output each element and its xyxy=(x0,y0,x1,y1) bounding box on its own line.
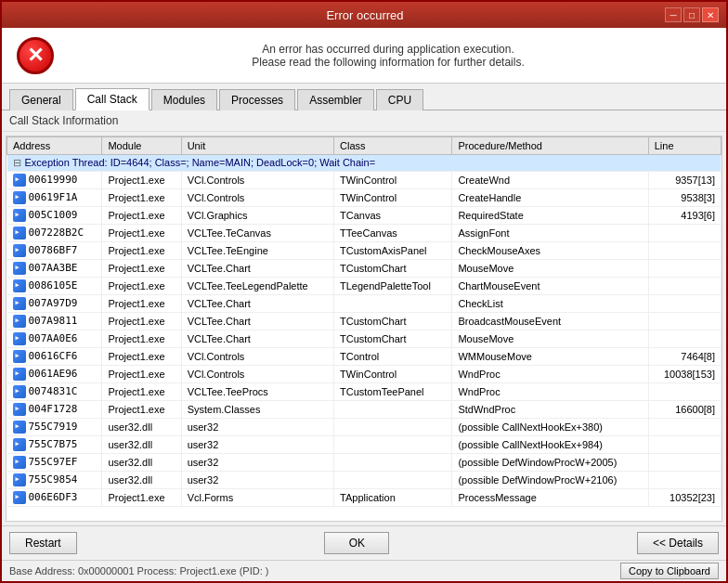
window-controls: ─ □ ✕ xyxy=(665,7,719,22)
table-row[interactable]: 755C9854user32.dlluser32(possible DefWin… xyxy=(7,472,722,489)
tab-modules[interactable]: Modules xyxy=(151,89,217,110)
footer-area: Restart OK << Details xyxy=(2,525,726,560)
tabs-bar: General Call Stack Modules Processes Ass… xyxy=(2,84,726,110)
ok-button[interactable]: OK xyxy=(324,532,389,554)
col-line: Line xyxy=(648,137,721,155)
tab-assembler[interactable]: Assembler xyxy=(297,89,374,110)
table-row[interactable]: 007AA3BEProject1.exeVCLTee.ChartTCustomC… xyxy=(7,260,722,278)
col-unit: Unit xyxy=(181,137,333,155)
error-banner: ✕ An error has occurred during applicati… xyxy=(2,28,726,84)
col-class: Class xyxy=(334,137,452,155)
tab-call-stack[interactable]: Call Stack xyxy=(75,88,150,110)
main-window: Error occurred ─ □ ✕ ✕ An error has occu… xyxy=(0,0,728,583)
close-button[interactable]: ✕ xyxy=(702,7,719,22)
title-bar: Error occurred ─ □ ✕ xyxy=(2,2,726,28)
table-row[interactable]: 0086105EProject1.exeVCLTee.TeeLegendPale… xyxy=(7,278,722,295)
status-text: Base Address: 0x00000001 Process: Projec… xyxy=(9,565,268,577)
minimize-button[interactable]: ─ xyxy=(665,7,682,22)
table-row[interactable]: 755C7B75user32.dlluser32(possible CallNe… xyxy=(7,436,722,454)
table-row[interactable]: 755C97EFuser32.dlluser32(possible DefWin… xyxy=(7,454,722,472)
details-button[interactable]: << Details xyxy=(637,532,719,554)
error-line1: An error has occurred during application… xyxy=(65,43,711,56)
table-row[interactable]: 007A9811Project1.exeVCLTee.ChartTCustomC… xyxy=(7,313,722,330)
table-row[interactable]: 005C1009Project1.exeVCl.GraphicsTCanvasR… xyxy=(7,207,722,225)
content-area: Call Stack Information Address Module Un… xyxy=(2,110,726,525)
window-title: Error occurred xyxy=(65,8,665,22)
status-bar: Base Address: 0x00000001 Process: Projec… xyxy=(2,560,726,581)
table-row[interactable]: 007A97D9Project1.exeVCLTee.ChartCheckLis… xyxy=(7,295,722,313)
table-row[interactable]: 007228B2CProject1.exeVCLTee.TeCanvasTTee… xyxy=(7,225,722,242)
table-row[interactable]: 00619F1AProject1.exeVCl.ControlsTWinCont… xyxy=(7,189,722,207)
error-text: An error has occurred during application… xyxy=(65,43,711,69)
table-row[interactable]: 004F1728Project1.exeSystem.ClassesStdWnd… xyxy=(7,401,722,419)
error-line2: Please read the following information fo… xyxy=(65,56,711,69)
copy-to-clipboard-button[interactable]: Copy to Clipboard xyxy=(620,563,719,579)
tab-cpu[interactable]: CPU xyxy=(376,89,423,110)
table-header-row: Address Module Unit Class Procedure/Meth… xyxy=(7,137,722,155)
error-icon: ✕ xyxy=(17,37,54,74)
table-row[interactable]: 00616CF6Project1.exeVCl.ControlsTControl… xyxy=(7,348,722,366)
table-row[interactable]: 0074831CProject1.exeVCLTee.TeeProcsTCust… xyxy=(7,383,722,401)
maximize-button[interactable]: □ xyxy=(683,7,700,22)
table-row[interactable]: 00619990Project1.exeVCl.ControlsTWinCont… xyxy=(7,172,722,189)
tab-general[interactable]: General xyxy=(9,89,73,110)
col-procedure: Procedure/Method xyxy=(452,137,648,155)
table-row[interactable]: 007AA0E6Project1.exeVCLTee.ChartTCustomC… xyxy=(7,330,722,348)
call-stack-table-container[interactable]: Address Module Unit Class Procedure/Meth… xyxy=(6,136,722,522)
col-address: Address xyxy=(7,137,102,155)
tab-processes[interactable]: Processes xyxy=(219,89,295,110)
call-stack-table: Address Module Unit Class Procedure/Meth… xyxy=(6,136,722,507)
restart-button[interactable]: Restart xyxy=(9,532,77,554)
table-row[interactable]: 006E6DF3Project1.exeVcl.FormsTApplicatio… xyxy=(7,489,722,507)
exception-thread-row: ⊟Exception Thread: ID=4644; Class=; Name… xyxy=(7,155,722,172)
table-row[interactable]: 0061AE96Project1.exeVCl.ControlsTWinCont… xyxy=(7,366,722,383)
section-header: Call Stack Information xyxy=(2,110,726,132)
table-row[interactable]: 755C7919user32.dlluser32(possible CallNe… xyxy=(7,419,722,436)
table-row[interactable]: 00786BF7Project1.exeVCLTee.TeEngineTCust… xyxy=(7,242,722,260)
col-module: Module xyxy=(102,137,181,155)
